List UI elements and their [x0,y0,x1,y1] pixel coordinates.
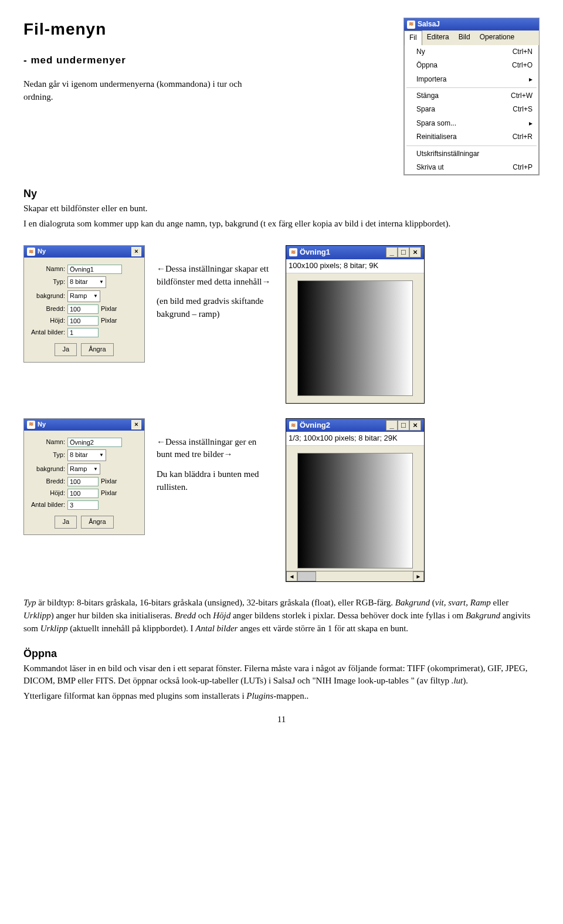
java-icon: ≋ [289,421,297,429]
antal-field[interactable] [67,500,99,510]
menuitem-oppna[interactable]: ÖppnaCtrl+O [405,59,538,72]
pixlar-label: Pixlar [101,316,117,326]
menu-fil[interactable]: Fil [404,31,422,45]
image-info: 100x100 pixels; 8 bitar; 9K [286,259,424,273]
horizontal-scrollbar[interactable]: ◄ ► [286,571,424,581]
window-title: Övning1 [300,247,330,258]
namn-field[interactable] [67,438,122,447]
titlebar: ≋ Ny × [24,246,144,258]
hojd-label: Höjd: [30,489,65,498]
menubar: Fil Editera Bild Operatione [404,31,539,45]
namn-label: Namn: [30,438,65,447]
java-icon: ≋ [289,248,297,256]
menuitem-spara[interactable]: SparaCtrl+S [405,103,538,116]
ok-button[interactable]: Ja [55,516,77,529]
window-title: SalsaJ [418,19,440,29]
titlebar: ≋ Övning1 _ □ × [286,246,424,259]
caption-2: ←Dessa inställningar ger en bunt med tre… [157,418,274,496]
ny-line2: I en dialogruta som kommer upp kan du an… [23,218,540,231]
ny-dialog-1: ≋ Ny × Namn: Typ:8 bitar▼ bakgrund:Ramp▼… [23,245,145,363]
gradient-canvas [297,453,413,568]
typ-combo[interactable]: 8 bitar▼ [67,276,106,288]
chevron-down-icon: ▼ [99,279,104,286]
menuitem-reinit[interactable]: ReinitialiseraCtrl+R [405,130,538,144]
typ-label: Typ: [30,451,65,460]
titlebar: ≋ Ny × [24,419,144,431]
menu-bild[interactable]: Bild [454,31,475,45]
ovning2-window: ≋ Övning2 _ □ × 1/3; 100x100 pixels; 8 b… [286,418,425,583]
oppna-paragraph-2: Ytterligare filformat kan öppnas med plu… [23,690,540,703]
titlebar: ≋ SalsaJ [404,18,539,31]
fil-dropdown: NyCtrl+N ÖppnaCtrl+O Importera▸ StängaCt… [404,45,539,175]
menuitem-importera[interactable]: Importera▸ [405,73,538,86]
menuitem-ny[interactable]: NyCtrl+N [405,45,538,59]
dialog-title: Ny [38,247,46,256]
chevron-down-icon: ▼ [99,452,104,459]
section-ny-heading: Ny [23,186,540,201]
page-number: 11 [23,713,540,726]
menuitem-utskrift[interactable]: Utskriftsinställningar [405,147,538,161]
menuitem-skriva-ut[interactable]: Skriva utCtrl+P [405,161,538,174]
hojd-field[interactable] [67,316,99,326]
image-info: 1/3; 100x100 pixels; 8 bitar; 29K [286,432,424,446]
bredd-field[interactable] [67,304,99,314]
maximize-icon[interactable]: □ [398,420,409,431]
chevron-down-icon: ▼ [93,466,98,473]
java-icon: ≋ [407,21,415,29]
bakgrund-combo[interactable]: Ramp▼ [67,463,100,475]
java-icon: ≋ [27,248,35,256]
bakgrund-label: bakgrund: [30,292,65,301]
separator [406,87,537,88]
titlebar: ≋ Övning2 _ □ × [286,419,424,432]
antal-label: Antal bilder: [30,500,65,510]
typ-label: Typ: [30,277,65,287]
scroll-right-icon[interactable]: ► [413,571,424,581]
separator [406,145,537,146]
hojd-label: Höjd: [30,316,65,326]
maximize-icon[interactable]: □ [398,247,409,258]
close-icon[interactable]: × [131,247,141,256]
hojd-field[interactable] [67,489,99,498]
antal-field[interactable] [67,328,99,337]
caption-1: ←Dessa inställningar skapar ett bildföns… [157,245,274,323]
ok-button[interactable]: Ja [55,343,77,356]
pixlar-label: Pixlar [101,304,117,314]
cancel-button[interactable]: Ångra [81,343,113,356]
oppna-paragraph-1: Kommandot läser in en bild och visar den… [23,662,540,688]
chevron-down-icon: ▼ [93,293,98,300]
typ-combo[interactable]: 8 bitar▼ [67,449,106,461]
typ-paragraph: Typ är bildtyp: 8-bitars gråskala, 16-bi… [23,597,540,635]
close-icon[interactable]: × [409,420,421,431]
bredd-label: Bredd: [30,304,65,314]
minimize-icon[interactable]: _ [386,247,398,258]
gradient-canvas [297,280,413,396]
namn-field[interactable] [67,265,122,274]
page-subtitle: - med undermenyer [23,53,258,68]
ny-dialog-2: ≋ Ny × Namn: Typ:8 bitar▼ bakgrund:Ramp▼… [23,418,145,536]
cancel-button[interactable]: Ångra [81,516,113,529]
bakgrund-label: bakgrund: [30,465,65,474]
ovning1-window: ≋ Övning1 _ □ × 100x100 pixels; 8 bitar;… [286,245,425,404]
menu-operatione[interactable]: Operatione [475,31,519,45]
dialog-title: Ny [38,420,46,429]
window-title: Övning2 [300,420,330,431]
pixlar-label: Pixlar [101,477,117,486]
ny-line1: Skapar ett bildfönster eller en bunt. [23,202,540,215]
scroll-thumb[interactable] [297,571,316,581]
close-icon[interactable]: × [131,420,141,429]
antal-label: Antal bilder: [30,328,65,337]
scroll-left-icon[interactable]: ◄ [286,571,297,581]
namn-label: Namn: [30,265,65,274]
minimize-icon[interactable]: _ [386,420,398,431]
section-oppna-heading: Öppna [23,646,540,661]
page-title: Fil-menyn [23,18,258,42]
menuitem-spara-som[interactable]: Spara som...▸ [405,117,538,130]
menuitem-stanga[interactable]: StängaCtrl+W [405,89,538,103]
bredd-field[interactable] [67,477,99,486]
menu-editera[interactable]: Editera [422,31,454,45]
bakgrund-combo[interactable]: Ramp▼ [67,290,100,302]
pixlar-label: Pixlar [101,489,117,498]
close-icon[interactable]: × [409,247,421,258]
java-icon: ≋ [27,421,35,429]
intro-text: Nedan går vi igenom undermenyerna (komma… [23,78,258,104]
